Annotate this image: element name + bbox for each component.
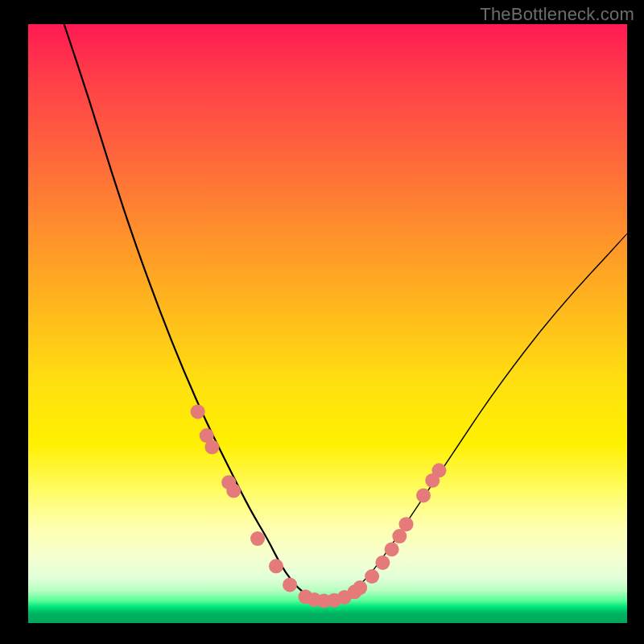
marker-dot bbox=[365, 569, 379, 584]
marker-dot bbox=[353, 580, 367, 595]
bottleneck-curve-left bbox=[64, 24, 328, 601]
marker-dot bbox=[399, 517, 414, 531]
curve-layer bbox=[28, 24, 627, 623]
marker-dot bbox=[226, 484, 241, 498]
marker-dot bbox=[375, 555, 390, 570]
marker-dots bbox=[191, 404, 447, 608]
watermark-text: TheBottleneck.com bbox=[480, 4, 634, 25]
marker-dot bbox=[416, 489, 431, 503]
marker-dot bbox=[431, 463, 446, 477]
chart-frame: TheBottleneck.com bbox=[0, 0, 644, 644]
plot-area bbox=[28, 24, 627, 623]
bottleneck-curve-right bbox=[328, 233, 627, 601]
marker-dot bbox=[250, 531, 265, 546]
marker-dot bbox=[385, 543, 399, 557]
marker-dot bbox=[204, 440, 219, 454]
marker-dot bbox=[269, 559, 283, 573]
marker-dot bbox=[283, 577, 297, 592]
marker-dot bbox=[191, 404, 205, 419]
